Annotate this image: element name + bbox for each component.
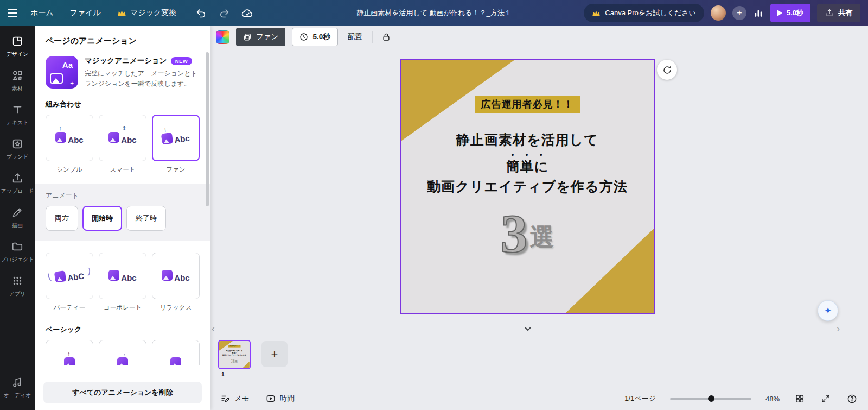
grid-view-icon	[795, 394, 805, 403]
timing-label: 時間	[280, 394, 295, 403]
sidebar-item-audio[interactable]: オーディオ	[0, 370, 35, 405]
sidebar-label: 素材	[12, 85, 23, 92]
redo-button[interactable]	[219, 8, 229, 18]
lock-icon	[381, 32, 391, 42]
home-menu[interactable]: ホーム	[30, 8, 54, 18]
animate-exit-button[interactable]: 終了時	[126, 206, 166, 231]
big-number: 3	[501, 209, 528, 258]
sidebar-item-design[interactable]: デザイン	[0, 29, 35, 64]
background-color-button[interactable]	[216, 30, 229, 44]
file-menu[interactable]: ファイル	[70, 8, 101, 18]
canva-pro-label: Canva Proをお試しください	[605, 8, 696, 18]
fullscreen-button[interactable]	[820, 393, 832, 405]
magic-convert-menu[interactable]: マジック変換	[117, 8, 176, 18]
combo-tiles: ↑ Abc シンプル ↥ Abc スマート ↑ A	[46, 115, 200, 174]
canvas-page[interactable]: 広告運用者必見！！ 静止画素材を活用して 簡単に 動画クリエイティブを作る方法 …	[400, 59, 655, 314]
sidebar-item-projects[interactable]: プロジェクト	[0, 235, 35, 269]
undo-button[interactable]	[196, 8, 207, 18]
animation-tile-corporate[interactable]: Abc	[99, 253, 146, 299]
motion-arc-icon	[47, 272, 55, 282]
headline-text[interactable]: 静止画素材を活用して 簡単に 動画クリエイティブを作る方法	[427, 130, 627, 197]
remove-all-animations-button[interactable]: すべてのアニメーションを削除	[43, 382, 202, 403]
sidebar-item-elements[interactable]: 素材	[0, 64, 35, 98]
page-thumbnail-preview: 広告運用者必見！！ 静止画素材を活用して 簡単に 動画クリエイティブを作る方法 …	[219, 341, 250, 369]
magic-assistant-button[interactable]: ✦	[818, 300, 838, 321]
sidebar-item-brand[interactable]: ブランド	[0, 132, 35, 166]
scroll-left-arrow[interactable]: ‹	[212, 324, 215, 333]
collapse-thumbnails-button[interactable]	[524, 326, 532, 331]
sidebar-label: テキスト	[7, 119, 29, 127]
music-note-icon	[11, 376, 23, 388]
sidebar: デザイン 素材 テキスト ブランド アップロード 描画	[0, 26, 35, 410]
page-thumbnail[interactable]: 広告運用者必見！！ 静止画素材を活用して 簡単に 動画クリエイティブを作る方法 …	[218, 340, 251, 369]
animation-tile-relax[interactable]: Abc	[152, 253, 200, 299]
sidebar-item-text[interactable]: テキスト	[0, 98, 35, 132]
panel-scrollbar[interactable]	[206, 52, 209, 206]
fullscreen-icon	[821, 394, 831, 403]
present-button[interactable]: 5.0秒	[770, 4, 810, 22]
basic-tiles: ↑ →	[46, 340, 200, 365]
arrow-up-icon: ↑	[163, 126, 167, 133]
magic-animation-card[interactable]: Aa ✦ マジックアニメーション NEW 完璧にマッチしたアニメーションとトラン…	[46, 56, 200, 89]
regenerate-page-button[interactable]	[657, 60, 677, 80]
lock-button[interactable]	[379, 30, 393, 44]
sidebar-label: アプリ	[9, 290, 26, 298]
animation-style-button[interactable]: ファン	[236, 28, 285, 46]
add-page-button[interactable]: +	[261, 341, 288, 367]
big-number-suffix: 選	[530, 221, 554, 254]
user-avatar[interactable]	[711, 5, 726, 21]
animate-enter-button[interactable]: 開始時	[82, 206, 122, 231]
notes-label: メモ	[234, 394, 250, 403]
timing-button[interactable]: 時間	[266, 394, 295, 403]
zoom-slider-knob[interactable]	[708, 395, 714, 402]
scroll-right-arrow[interactable]: ›	[837, 324, 840, 333]
animation-tile-fan[interactable]: ↑ Abc	[152, 115, 200, 161]
animation-tile-basic-1[interactable]: ↑	[46, 340, 93, 365]
animate-both-button[interactable]: 両方	[46, 206, 78, 231]
page-duration-button[interactable]: 5.0秒	[292, 28, 337, 46]
headline-line3: 動画クリエイティブを作る方法	[427, 179, 627, 194]
history-controls	[196, 8, 253, 18]
panel-title: ページのアニメーション	[35, 26, 210, 51]
tile-label: ファン	[166, 166, 185, 174]
add-member-button[interactable]: +	[732, 6, 746, 20]
animation-style-label: ファン	[256, 32, 278, 42]
sidebar-item-apps[interactable]: アプリ	[0, 269, 35, 303]
notes-button[interactable]: メモ	[220, 394, 250, 403]
tile-label: リラックス	[160, 304, 192, 312]
grid-view-button[interactable]	[794, 393, 806, 405]
demo-text: Abc	[121, 274, 136, 282]
combo-section-label: 組み合わせ	[46, 99, 200, 109]
main-menu-button[interactable]	[8, 7, 17, 19]
thumb-badge: 広告運用者必見！！	[228, 345, 240, 348]
thumb-big-suffix: 選	[235, 359, 238, 363]
document-title[interactable]: 静止画素材を活用して 動画が作れる！？_方法１	[356, 8, 512, 18]
animation-tile-smart[interactable]: ↥ Abc	[99, 115, 146, 161]
big-number-text[interactable]: 3 選	[501, 209, 554, 258]
position-button[interactable]: 配置	[344, 28, 366, 46]
animation-tile-party[interactable]: AbC	[46, 253, 93, 299]
cloud-sync-icon	[241, 8, 253, 18]
magic-convert-label: マジック変換	[130, 8, 176, 18]
help-button[interactable]	[846, 393, 858, 405]
canva-pro-button[interactable]: Canva Proをお試しください	[584, 4, 704, 22]
animation-icon	[243, 33, 252, 41]
insights-button[interactable]	[753, 8, 764, 18]
animation-tile-basic-3[interactable]	[152, 340, 200, 365]
share-button[interactable]: 共有	[817, 4, 860, 22]
animation-tile-basic-2[interactable]: →	[99, 340, 146, 365]
animation-tile-simple[interactable]: ↑ Abc	[46, 115, 93, 161]
highlight-badge-text[interactable]: 広告運用者必見！！	[475, 96, 580, 113]
sidebar-item-uploads[interactable]: アップロード	[0, 166, 35, 200]
folder-icon	[11, 241, 23, 253]
sidebar-label: ブランド	[7, 153, 29, 161]
magic-animation-description: 完璧にマッチしたアニメーションとトランジションを一瞬で反映します。	[85, 68, 200, 89]
arrow-up-icon: ↑	[67, 350, 71, 357]
zoom-slider[interactable]	[670, 395, 751, 402]
share-icon	[825, 9, 834, 17]
toolbar-divider	[372, 31, 373, 43]
sidebar-item-draw[interactable]: 描画	[0, 200, 35, 235]
chevron-down-icon	[524, 326, 532, 331]
sidebar-label: プロジェクト	[1, 256, 34, 263]
clock-icon	[299, 33, 308, 41]
